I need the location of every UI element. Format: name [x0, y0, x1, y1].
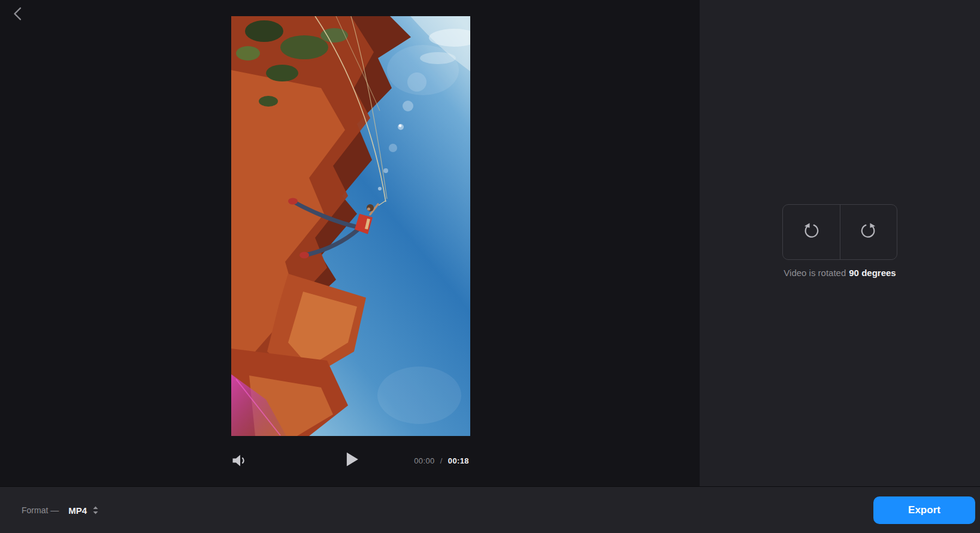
- volume-icon: [231, 459, 247, 470]
- rotation-status-text: Video is rotated90 degrees: [700, 268, 980, 278]
- back-button[interactable]: [8, 6, 26, 24]
- time-display: 00:00 / 00:18: [414, 456, 469, 465]
- rotation-panel: Video is rotated90 degrees: [700, 0, 980, 486]
- rotation-status-prefix: Video is rotated: [784, 268, 846, 278]
- format-label: Format —: [22, 505, 59, 515]
- video-frame-art: [231, 16, 470, 436]
- rotate-clockwise-button[interactable]: [840, 205, 897, 259]
- current-time: 00:00: [414, 456, 435, 465]
- video-preview[interactable]: [231, 16, 470, 436]
- rotate-ccw-icon: [800, 220, 822, 245]
- rotate-button-group: [782, 204, 897, 260]
- rotation-status-value: 90 degrees: [849, 268, 896, 278]
- total-duration: 00:18: [448, 456, 469, 465]
- format-select[interactable]: Format — MP4: [22, 505, 99, 515]
- chevron-left-icon: [13, 7, 22, 23]
- player-controls: 00:00 / 00:18: [231, 449, 470, 472]
- play-icon: [345, 459, 358, 469]
- preview-canvas: 00:00 / 00:18: [0, 0, 700, 486]
- time-separator: /: [440, 456, 443, 465]
- rotate-cw-icon: [857, 220, 880, 245]
- format-value: MP4: [68, 505, 87, 515]
- rotate-counterclockwise-button[interactable]: [783, 205, 840, 259]
- volume-button[interactable]: [231, 453, 248, 468]
- up-down-stepper-icon: [92, 505, 99, 514]
- export-button-label: Export: [908, 504, 940, 516]
- export-button[interactable]: Export: [873, 496, 975, 524]
- play-button[interactable]: [345, 452, 359, 467]
- footer-bar: Format — MP4 Export: [0, 486, 980, 533]
